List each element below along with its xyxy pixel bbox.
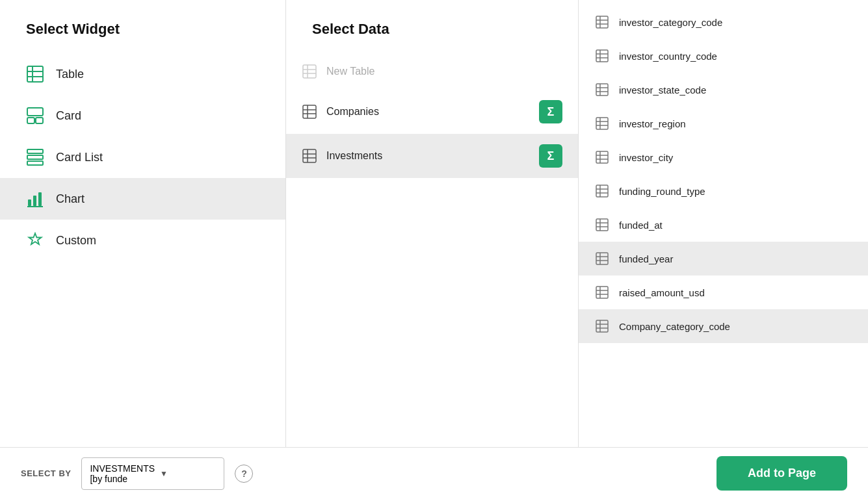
field-label-funded-year: funded_year — [619, 253, 673, 264]
widget-item-table-label: Table — [56, 68, 84, 81]
field-label-investor-city: investor_city — [619, 152, 673, 163]
field-label-investor-region: investor_region — [619, 118, 686, 129]
data-panel: Select Data New Table — [286, 0, 579, 447]
svg-rect-58 — [596, 287, 608, 298]
data-item-companies-label: Companies — [326, 106, 379, 118]
chevron-down-icon: ▼ — [160, 469, 216, 478]
field-label-investor-category-code: investor_category_code — [619, 17, 722, 28]
main-content: Select Widget Table — [0, 0, 868, 447]
field-funded-at[interactable]: funded_at — [579, 208, 868, 242]
svg-rect-42 — [596, 151, 608, 163]
field-label-investor-state-code: investor_state_code — [619, 84, 706, 96]
svg-rect-50 — [596, 219, 608, 231]
field-investor-state-code[interactable]: investor_state_code — [579, 73, 868, 107]
field-label-raised-amount-usd: raised_amount_usd — [619, 287, 705, 298]
data-item-investments[interactable]: Investments Σ — [286, 134, 578, 178]
card-icon — [26, 107, 44, 125]
select-by-dropdown-value: INVESTMENTS [by funde — [90, 463, 155, 484]
field-company-category-code[interactable]: Company_category_code — [579, 309, 868, 343]
widget-item-table[interactable]: Table — [0, 53, 285, 95]
svg-rect-5 — [27, 118, 34, 123]
data-panel-title: Select Data — [286, 0, 578, 53]
svg-rect-34 — [596, 84, 608, 96]
field-icon-company-category-code — [594, 318, 610, 334]
svg-rect-11 — [33, 196, 36, 206]
help-icon[interactable]: ? — [235, 465, 253, 483]
companies-sigma-badge: Σ — [539, 100, 562, 123]
field-label-company-category-code: Company_category_code — [619, 321, 730, 332]
cardlist-icon — [26, 148, 44, 166]
widget-item-custom[interactable]: Custom — [0, 220, 285, 261]
svg-rect-8 — [27, 155, 43, 159]
svg-rect-4 — [27, 108, 43, 116]
field-label-funding-round-type: funding_round_type — [619, 186, 705, 197]
chart-icon — [26, 190, 44, 208]
field-investor-region[interactable]: investor_region — [579, 107, 868, 140]
bottom-bar: SELECT BY INVESTMENTS [by funde ▼ ? Add … — [0, 447, 868, 499]
svg-rect-62 — [596, 320, 608, 332]
svg-rect-38 — [596, 118, 608, 129]
field-icon-investor-city — [594, 149, 610, 165]
companies-table-icon — [302, 104, 317, 120]
svg-rect-18 — [303, 105, 316, 118]
svg-rect-54 — [596, 253, 608, 264]
field-icon-raised-amount-usd — [594, 285, 610, 300]
data-item-companies[interactable]: Companies Σ — [286, 90, 578, 134]
field-icon-investor-category-code — [594, 14, 610, 30]
add-to-page-button[interactable]: Add to Page — [717, 456, 847, 491]
field-label-funded-at: funded_at — [619, 220, 663, 231]
svg-rect-22 — [303, 149, 316, 162]
field-icon-funded-year — [594, 251, 610, 266]
widget-item-chart[interactable]: Chart — [0, 178, 285, 220]
svg-rect-26 — [596, 16, 608, 28]
field-investor-category-code[interactable]: investor_category_code — [579, 5, 868, 39]
svg-rect-46 — [596, 185, 608, 197]
widget-item-card-label: Card — [56, 109, 81, 123]
svg-rect-0 — [27, 66, 43, 82]
widget-item-card[interactable]: Card — [0, 95, 285, 136]
data-item-new-table-label: New Table — [326, 66, 375, 77]
new-table-icon — [302, 64, 317, 79]
field-investor-city[interactable]: investor_city — [579, 140, 868, 174]
field-icon-investor-country-code — [594, 48, 610, 64]
field-icon-investor-region — [594, 116, 610, 131]
fields-list: investor_category_code investor_country_… — [579, 0, 868, 447]
field-funded-year[interactable]: funded_year — [579, 242, 868, 275]
widget-item-cardlist-label: Card List — [56, 151, 103, 164]
svg-rect-7 — [27, 149, 43, 153]
field-investor-country-code[interactable]: investor_country_code — [579, 39, 868, 73]
field-icon-funding-round-type — [594, 183, 610, 199]
svg-rect-30 — [596, 50, 608, 62]
data-item-investments-label: Investments — [326, 150, 382, 162]
field-funding-round-type[interactable]: funding_round_type — [579, 174, 868, 208]
svg-rect-10 — [28, 199, 31, 206]
field-label-investor-country-code: investor_country_code — [619, 51, 717, 62]
investments-sigma-badge: Σ — [539, 144, 562, 168]
field-icon-investor-state-code — [594, 82, 610, 97]
widget-panel-title: Select Widget — [0, 0, 285, 53]
select-by-label: SELECT BY — [21, 468, 71, 478]
field-icon-funded-at — [594, 217, 610, 233]
widget-item-custom-label: Custom — [56, 234, 96, 248]
data-item-new-table[interactable]: New Table — [286, 53, 578, 90]
fields-panel: investor_category_code investor_country_… — [579, 0, 868, 447]
investments-table-icon — [302, 148, 317, 164]
svg-rect-12 — [38, 192, 42, 206]
custom-icon — [26, 231, 44, 250]
field-raised-amount-usd[interactable]: raised_amount_usd — [579, 275, 868, 309]
widget-item-cardlist[interactable]: Card List — [0, 136, 285, 178]
select-by-dropdown[interactable]: INVESTMENTS [by funde ▼ — [81, 457, 224, 490]
widget-panel: Select Widget Table — [0, 0, 286, 447]
svg-rect-6 — [36, 118, 43, 123]
svg-rect-14 — [303, 65, 316, 78]
table-icon — [26, 65, 44, 83]
svg-rect-9 — [27, 161, 43, 165]
widget-item-chart-label: Chart — [56, 192, 85, 206]
